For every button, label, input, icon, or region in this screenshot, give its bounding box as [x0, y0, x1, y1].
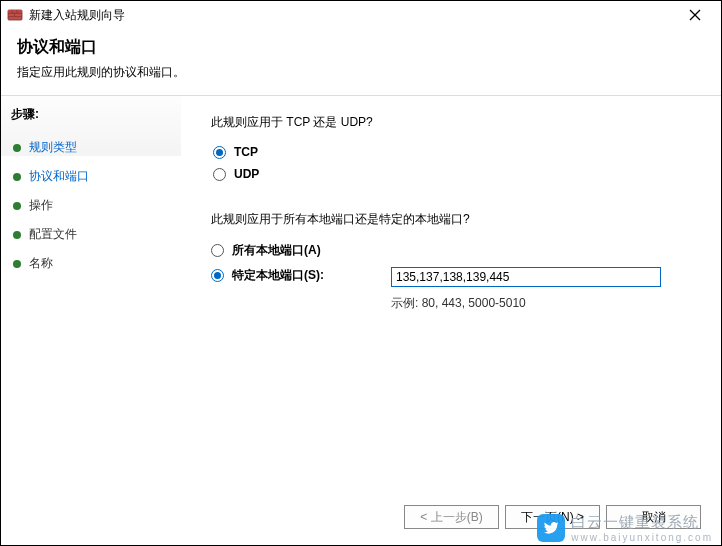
port-example: 示例: 80, 443, 5000-5010 — [391, 295, 691, 312]
window-title: 新建入站规则向导 — [29, 7, 675, 24]
body: 步骤: 规则类型 协议和端口 操作 配置文件 名称 此规 — [1, 96, 721, 545]
radio-label: 所有本地端口(A) — [232, 242, 321, 259]
cancel-button[interactable]: 取消 — [606, 505, 701, 529]
content-panel: 此规则应用于 TCP 还是 UDP? TCP UDP 此规则应用于所有本地端口还… — [181, 96, 721, 545]
radio-icon — [213, 146, 226, 159]
radio-label: TCP — [234, 145, 258, 159]
close-button[interactable] — [675, 3, 715, 27]
firewall-icon — [7, 7, 23, 23]
radio-udp[interactable]: UDP — [213, 167, 691, 181]
bullet-icon — [13, 144, 21, 152]
page-subtitle: 指定应用此规则的协议和端口。 — [17, 64, 705, 81]
titlebar: 新建入站规则向导 — [1, 1, 721, 29]
wizard-window: 新建入站规则向导 协议和端口 指定应用此规则的协议和端口。 步骤: 规则类型 协… — [0, 0, 722, 546]
bullet-icon — [13, 231, 21, 239]
protocol-question: 此规则应用于 TCP 还是 UDP? — [211, 114, 691, 131]
radio-icon — [211, 269, 224, 282]
sidebar-item-label: 协议和端口 — [29, 168, 89, 185]
radio-icon — [213, 168, 226, 181]
back-button[interactable]: < 上一步(B) — [404, 505, 499, 529]
sidebar-item-profile[interactable]: 配置文件 — [9, 220, 173, 249]
watermark-subtext: www.baiyunxitong.com — [571, 532, 713, 543]
radio-all-ports[interactable]: 所有本地端口(A) — [211, 242, 691, 259]
sidebar: 步骤: 规则类型 协议和端口 操作 配置文件 名称 — [1, 96, 181, 545]
next-button[interactable]: 下一页(N) > — [505, 505, 600, 529]
sidebar-item-label: 配置文件 — [29, 226, 77, 243]
radio-label: UDP — [234, 167, 259, 181]
sidebar-item-label: 名称 — [29, 255, 53, 272]
sidebar-item-name[interactable]: 名称 — [9, 249, 173, 278]
bullet-icon — [13, 202, 21, 210]
close-icon — [689, 9, 701, 21]
radio-label: 特定本地端口(S): — [232, 267, 324, 284]
footer-buttons: < 上一步(B) 下一页(N) > 取消 — [404, 505, 701, 529]
radio-specific-ports[interactable]: 特定本地端口(S): — [211, 267, 691, 287]
radio-icon — [211, 244, 224, 257]
sidebar-item-rule-type[interactable]: 规则类型 — [9, 133, 173, 162]
page-title: 协议和端口 — [17, 37, 705, 58]
header-section: 协议和端口 指定应用此规则的协议和端口。 — [1, 29, 721, 96]
port-radio-group: 所有本地端口(A) 特定本地端口(S): 示例: 80, 443, 5000-5… — [211, 242, 691, 312]
radio-tcp[interactable]: TCP — [213, 145, 691, 159]
bullet-icon — [13, 260, 21, 268]
bullet-icon — [13, 173, 21, 181]
sidebar-item-label: 规则类型 — [29, 139, 77, 156]
steps-label: 步骤: — [9, 106, 173, 123]
port-question: 此规则应用于所有本地端口还是特定的本地端口? — [211, 211, 691, 228]
sidebar-item-protocol-port[interactable]: 协议和端口 — [9, 162, 173, 191]
protocol-radio-group: TCP UDP — [213, 145, 691, 181]
svg-rect-1 — [8, 10, 22, 13]
sidebar-item-action[interactable]: 操作 — [9, 191, 173, 220]
sidebar-item-label: 操作 — [29, 197, 53, 214]
port-input[interactable] — [391, 267, 661, 287]
